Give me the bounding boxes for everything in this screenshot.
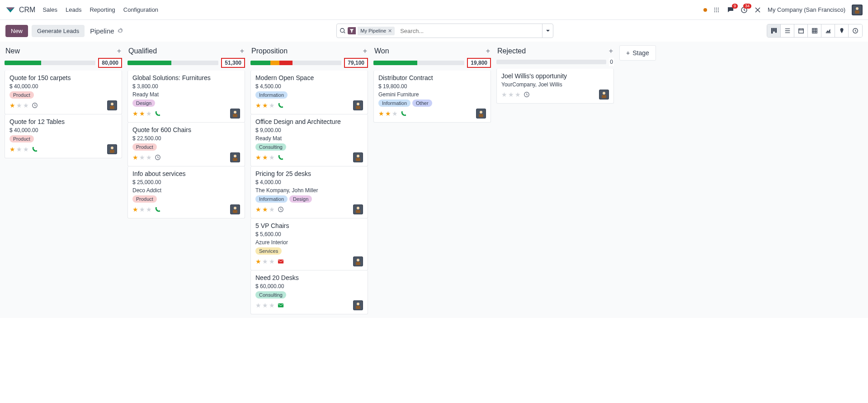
star-icon[interactable]: ★ [255, 154, 261, 161]
view-graph-button[interactable] [821, 24, 835, 37]
view-activity-button[interactable] [849, 24, 862, 37]
star-icon[interactable]: ★ [255, 258, 261, 265]
view-map-button[interactable] [835, 24, 849, 37]
kanban-card[interactable]: Quote for 150 carpets $ 40,000.00 Produc… [5, 71, 122, 114]
star-icon[interactable]: ★ [508, 91, 514, 98]
kanban-card[interactable]: Modern Open Space $ 4,500.00 Information… [250, 71, 368, 114]
star-icon[interactable]: ★ [255, 302, 261, 309]
assignee-avatar[interactable] [353, 204, 363, 214]
star-icon[interactable]: ★ [139, 110, 145, 117]
assignee-avatar[interactable] [476, 109, 486, 119]
activity-indicator-icon[interactable] [401, 110, 407, 117]
new-button[interactable]: New [5, 25, 28, 37]
user-avatar[interactable] [852, 5, 863, 15]
star-icon[interactable]: ★ [515, 91, 521, 98]
menu-leads[interactable]: Leads [66, 6, 81, 13]
kanban-card[interactable]: Need 20 Desks $ 60,000.00 Consulting ★★★ [250, 270, 368, 314]
activity-indicator-icon[interactable] [278, 154, 284, 161]
star-icon[interactable]: ★ [132, 154, 138, 161]
star-icon[interactable]: ★ [132, 110, 138, 117]
star-icon[interactable]: ★ [146, 154, 152, 161]
activity-indicator-icon[interactable] [32, 102, 38, 109]
star-icon[interactable]: ★ [262, 206, 268, 213]
kanban-card[interactable]: Info about services $ 25,000.00 Deco Add… [127, 166, 245, 218]
star-icon[interactable]: ★ [255, 206, 261, 213]
close-icon[interactable]: ✕ [388, 28, 392, 34]
star-icon[interactable]: ★ [23, 102, 29, 109]
star-icon[interactable]: ★ [269, 206, 275, 213]
assignee-avatar[interactable] [107, 100, 117, 110]
star-icon[interactable]: ★ [262, 102, 268, 109]
assignee-avatar[interactable] [353, 300, 363, 310]
star-icon[interactable]: ★ [378, 110, 384, 117]
chat-icon[interactable]: 9 [727, 6, 734, 14]
column-add-icon[interactable]: + [609, 47, 613, 55]
activity-indicator-icon[interactable] [155, 154, 161, 161]
column-add-icon[interactable]: + [363, 47, 367, 55]
star-icon[interactable]: ★ [139, 206, 145, 213]
assignee-avatar[interactable] [230, 152, 240, 162]
star-icon[interactable]: ★ [139, 154, 145, 161]
star-icon[interactable]: ★ [146, 206, 152, 213]
activity-icon[interactable]: 34 [741, 6, 748, 14]
kanban-card[interactable]: Office Design and Architecture $ 9,000.0… [250, 114, 368, 166]
filter-chip[interactable]: My Pipeline ✕ [358, 27, 395, 35]
assignee-avatar[interactable] [353, 100, 363, 110]
star-icon[interactable]: ★ [262, 258, 268, 265]
star-icon[interactable]: ★ [501, 91, 507, 98]
star-icon[interactable]: ★ [16, 102, 22, 109]
generate-leads-button[interactable]: Generate Leads [32, 25, 85, 37]
star-icon[interactable]: ★ [9, 102, 15, 109]
star-icon[interactable]: ★ [23, 146, 29, 153]
kanban-card[interactable]: Joel Willis's opportunity YourCompany, J… [496, 69, 614, 104]
search-dropdown-toggle[interactable] [542, 24, 553, 38]
grid-icon[interactable] [713, 6, 721, 14]
kanban-card[interactable]: Quote for 600 Chairs $ 22,500.00 Product… [127, 123, 245, 166]
star-icon[interactable]: ★ [9, 146, 15, 153]
menu-reporting[interactable]: Reporting [90, 6, 115, 13]
star-icon[interactable]: ★ [392, 110, 398, 117]
kanban-card[interactable]: Global Solutions: Furnitures $ 3,800.00 … [127, 71, 245, 123]
view-calendar-button[interactable] [794, 24, 808, 37]
star-icon[interactable]: ★ [269, 102, 275, 109]
activity-indicator-icon[interactable] [155, 110, 161, 117]
view-kanban-button[interactable] [767, 24, 781, 37]
activity-indicator-icon[interactable] [32, 146, 38, 152]
activity-indicator-icon[interactable] [278, 258, 284, 265]
menu-sales[interactable]: Sales [42, 6, 57, 13]
search-input[interactable] [397, 26, 542, 36]
assignee-avatar[interactable] [599, 90, 609, 100]
gear-icon[interactable] [117, 28, 123, 34]
column-add-icon[interactable]: + [117, 47, 121, 55]
assignee-avatar[interactable] [230, 109, 240, 119]
star-icon[interactable]: ★ [146, 110, 152, 117]
activity-indicator-icon[interactable] [278, 302, 284, 308]
star-icon[interactable]: ★ [16, 146, 22, 153]
star-icon[interactable]: ★ [269, 302, 275, 309]
kanban-card[interactable]: Quote for 12 Tables $ 40,000.00 Product … [5, 114, 122, 158]
view-pivot-button[interactable] [808, 24, 821, 37]
activity-indicator-icon[interactable] [278, 206, 284, 213]
assignee-avatar[interactable] [107, 144, 117, 154]
star-icon[interactable]: ★ [132, 206, 138, 213]
company-switcher[interactable]: My Company (San Francisco) [768, 6, 845, 13]
column-add-icon[interactable]: + [486, 47, 490, 55]
star-icon[interactable]: ★ [262, 154, 268, 161]
activity-indicator-icon[interactable] [278, 102, 284, 109]
activity-indicator-icon[interactable] [524, 91, 530, 98]
column-add-icon[interactable]: + [240, 47, 244, 55]
add-stage-button[interactable]: +Stage [619, 45, 656, 61]
star-icon[interactable]: ★ [255, 102, 261, 109]
assignee-avatar[interactable] [353, 256, 363, 266]
star-icon[interactable]: ★ [262, 302, 268, 309]
assignee-avatar[interactable] [230, 204, 240, 214]
menu-configuration[interactable]: Configuration [123, 6, 158, 13]
tools-icon[interactable] [754, 6, 761, 14]
kanban-card[interactable]: Distributor Contract $ 19,800.00 Gemini … [373, 71, 491, 123]
search-box[interactable]: My Pipeline ✕ [336, 24, 553, 38]
star-icon[interactable]: ★ [269, 258, 275, 265]
star-icon[interactable]: ★ [269, 154, 275, 161]
kanban-card[interactable]: 5 VP Chairs $ 5,600.00 Azure Interior Se… [250, 218, 368, 270]
assignee-avatar[interactable] [353, 152, 363, 162]
activity-indicator-icon[interactable] [155, 206, 161, 213]
